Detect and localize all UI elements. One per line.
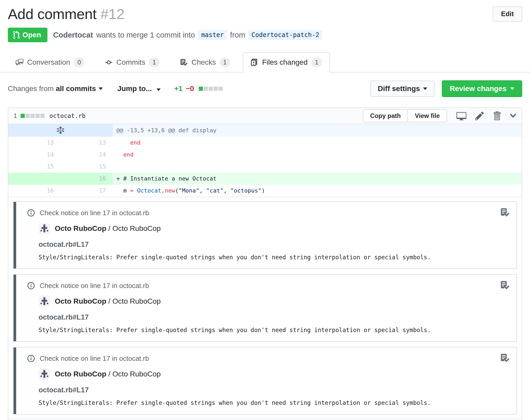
- annotation-message: Style/StringLiterals: Prefer single-quot…: [39, 399, 509, 406]
- diffstat-block-green: [21, 114, 25, 118]
- tab-label: Files changed: [262, 58, 308, 67]
- old-line-number[interactable]: 16: [8, 185, 61, 197]
- check-annotations: Check notice on line 17 in octocat.rb Oc…: [8, 197, 522, 419]
- old-line-number[interactable]: 13: [8, 137, 61, 149]
- view-check-button[interactable]: [500, 353, 510, 363]
- annotation-header-text: Check notice on line 17 in octocat.rb: [40, 281, 149, 290]
- review-changes-button[interactable]: Review changes: [442, 80, 522, 97]
- annotation-header: Check notice on line 17 in octocat.rb: [20, 281, 509, 290]
- page-title: Add comment #12: [8, 5, 124, 23]
- diffstat-block-gray: [26, 114, 30, 118]
- code-line: [113, 161, 522, 173]
- file-button-group: Copy path View file: [363, 109, 447, 122]
- annotation-accent-bar: [14, 275, 16, 341]
- hunk-header-text: @@ -13,5 +13,6 @@ def display: [113, 124, 522, 137]
- app-name-link[interactable]: Octo RuboCop: [55, 370, 106, 378]
- rubocop-app-icon[interactable]: [39, 296, 50, 307]
- chevron-down-icon: [99, 87, 103, 90]
- expand-hunk-button[interactable]: [8, 124, 113, 137]
- check-name: Octo RuboCop: [112, 224, 161, 232]
- delete-file-button[interactable]: [493, 111, 501, 121]
- diffstat-block-green: [199, 87, 203, 91]
- annotation-app-name: Octo RuboCop / Octo RuboCop: [55, 297, 161, 305]
- pr-meta: Open Codertocat wants to merge 1 commit …: [8, 28, 522, 42]
- new-line-number[interactable]: 17: [61, 185, 113, 197]
- annotation-header: Check notice on line 17 in octocat.rb: [20, 354, 509, 363]
- old-line-number[interactable]: 14: [8, 149, 61, 161]
- info-icon: [27, 355, 35, 362]
- tab-label: Checks: [191, 58, 216, 67]
- tab-counter: 1: [149, 58, 160, 67]
- review-changes-label: Review changes: [450, 85, 507, 93]
- diffstat: +1 −0: [174, 85, 223, 93]
- additions-count: +1: [174, 85, 183, 93]
- comment-discussion-icon: [16, 58, 23, 66]
- annotation-accent-bar: [14, 202, 16, 268]
- new-line-number[interactable]: 13: [61, 137, 113, 149]
- view-check-button[interactable]: [500, 280, 510, 290]
- diff-row-13: 13 13 end: [8, 137, 522, 149]
- diffstat-block-gray: [219, 87, 223, 91]
- info-icon: [27, 282, 35, 290]
- edit-file-button[interactable]: [475, 111, 484, 121]
- changes-from-dropdown[interactable]: Changes from all commits: [8, 85, 103, 93]
- view-check-button[interactable]: [500, 208, 510, 217]
- git-pull-request-icon: [13, 31, 20, 39]
- annotation-accent-bar: [14, 347, 16, 414]
- check-annotation-card: Check notice on line 17 in octocat.rb Oc…: [13, 347, 517, 415]
- rich-diff-button[interactable]: [456, 111, 466, 121]
- diff-row-15: 15 15: [8, 161, 522, 173]
- tab-files-changed[interactable]: Files changed 1: [243, 52, 330, 73]
- annotation-path-line: octocat.rb#L17: [39, 313, 509, 321]
- diff-settings-button[interactable]: Diff settings: [370, 81, 435, 97]
- byline-text: wants to merge 1 commit into: [96, 31, 195, 39]
- old-line-number[interactable]: 15: [8, 161, 61, 173]
- check-annotation-card: Check notice on line 17 in octocat.rb Oc…: [13, 274, 517, 342]
- rubocop-app-icon[interactable]: [39, 368, 50, 380]
- annotation-path-line: octocat.rb#L17: [39, 386, 509, 394]
- tab-conversation[interactable]: Conversation 0: [8, 52, 92, 73]
- view-file-button[interactable]: View file: [407, 109, 447, 122]
- rubocop-app-icon[interactable]: [39, 223, 50, 234]
- code-line: + # Instantiate a new Octocat: [113, 173, 522, 185]
- new-line-number[interactable]: 16: [61, 173, 113, 185]
- head-branch-label[interactable]: Codertocat-patch-2: [248, 30, 322, 40]
- unfold-icon: [57, 126, 64, 135]
- file-name[interactable]: octocat.rb: [49, 112, 85, 119]
- pr-tabnav: Conversation 0 Commits 1 Checks 1 Files …: [0, 52, 530, 73]
- annotation-app-row: Octo RuboCop / Octo RuboCop: [39, 296, 509, 307]
- annotation-path-line: octocat.rb#L17: [39, 241, 509, 249]
- checklist-icon: [500, 353, 510, 363]
- code-line: end: [113, 149, 522, 161]
- tab-label: Commits: [116, 58, 145, 67]
- app-name-link[interactable]: Octo RuboCop: [55, 297, 106, 305]
- base-branch-label[interactable]: master: [198, 30, 227, 40]
- annotation-header: Check notice on line 17 in octocat.rb: [20, 209, 509, 217]
- deletions-count: −0: [186, 85, 194, 93]
- check-annotation-card: Check notice on line 17 in octocat.rb Oc…: [13, 201, 517, 269]
- device-desktop-icon: [456, 111, 466, 121]
- old-line-number[interactable]: [8, 173, 61, 185]
- annotation-message: Style/StringLiterals: Prefer single-quot…: [39, 254, 509, 261]
- diffstat-block-gray: [209, 87, 213, 91]
- new-line-number[interactable]: 14: [61, 149, 113, 161]
- diffstat-blocks: [199, 87, 223, 91]
- author-link[interactable]: Codertocat: [53, 31, 93, 39]
- jump-to-dropdown[interactable]: Jump to...: [117, 85, 161, 93]
- annotation-header-text: Check notice on line 17 in octocat.rb: [40, 354, 149, 363]
- file-stat-count: 1: [14, 112, 17, 119]
- copy-path-button[interactable]: Copy path: [363, 109, 408, 122]
- collapse-file-button[interactable]: [510, 111, 516, 121]
- new-line-number[interactable]: 15: [61, 161, 113, 173]
- edit-button[interactable]: Edit: [493, 6, 522, 22]
- file-header: 1 octocat.rb Copy path View file: [8, 108, 522, 124]
- git-commit-icon: [105, 58, 113, 66]
- annotation-message: Style/StringLiterals: Prefer single-quot…: [39, 327, 509, 333]
- tab-commits[interactable]: Commits 1: [97, 52, 167, 73]
- tab-checks[interactable]: Checks 1: [172, 52, 238, 73]
- chevron-down-icon: [510, 111, 516, 121]
- hunk-row: @@ -13,5 +13,6 @@ def display: [8, 124, 522, 137]
- app-name-link[interactable]: Octo RuboCop: [55, 224, 106, 232]
- diff-settings-label: Diff settings: [378, 85, 420, 93]
- diffstat-block-gray: [204, 87, 208, 91]
